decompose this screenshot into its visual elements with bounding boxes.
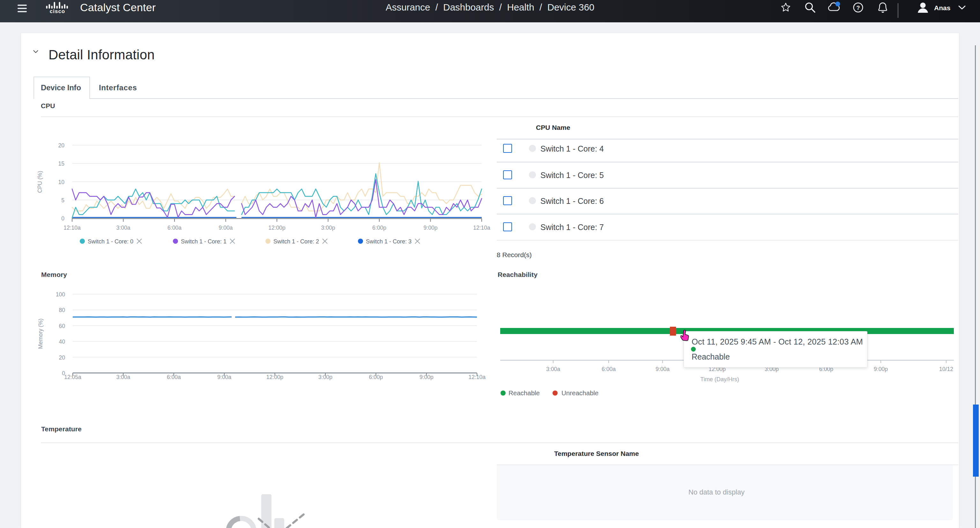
- svg-text:6:00p: 6:00p: [372, 224, 386, 231]
- svg-text:Reachable: Reachable: [509, 389, 540, 396]
- svg-text:9:00p: 9:00p: [424, 224, 438, 231]
- svg-text:15: 15: [58, 161, 64, 167]
- svg-text:CPU (%): CPU (%): [37, 171, 43, 193]
- svg-text:?: ?: [856, 5, 860, 11]
- svg-text:9:00p: 9:00p: [874, 366, 888, 372]
- svg-text:Memory (%): Memory (%): [37, 318, 44, 349]
- svg-text:Unreachable: Unreachable: [562, 389, 598, 396]
- svg-text:3:00p: 3:00p: [318, 374, 332, 380]
- svg-text:6:00a: 6:00a: [601, 366, 616, 372]
- svg-text:9:00a: 9:00a: [217, 374, 231, 380]
- svg-text:6:00a: 6:00a: [167, 224, 181, 231]
- svg-text:Switch 1 - Core: 1: Switch 1 - Core: 1: [181, 238, 226, 245]
- svg-text:12:10a: 12:10a: [473, 224, 490, 231]
- svg-text:9:00a: 9:00a: [655, 366, 670, 372]
- svg-text:cisco: cisco: [50, 8, 65, 14]
- svg-text:40: 40: [59, 339, 65, 345]
- svg-text:100: 100: [56, 291, 65, 297]
- svg-text:20: 20: [59, 355, 65, 361]
- svg-text:3:00p: 3:00p: [321, 224, 335, 231]
- svg-text:6:00a: 6:00a: [167, 374, 181, 380]
- svg-text:3:00a: 3:00a: [546, 366, 560, 372]
- svg-text:5: 5: [61, 197, 64, 204]
- svg-text:6:00p: 6:00p: [369, 374, 383, 380]
- svg-text:12:05a: 12:05a: [64, 374, 81, 380]
- svg-text:Switch 1 - Core: 3: Switch 1 - Core: 3: [366, 238, 412, 245]
- svg-text:3:00a: 3:00a: [116, 224, 130, 231]
- svg-text:10: 10: [58, 179, 65, 185]
- svg-text:Time (Day/Hrs): Time (Day/Hrs): [700, 376, 739, 383]
- svg-text:Anas: Anas: [934, 4, 950, 11]
- svg-text:9:00p: 9:00p: [420, 374, 434, 380]
- svg-text:9:00a: 9:00a: [219, 224, 233, 231]
- svg-text:Switch 1 - Core: 0: Switch 1 - Core: 0: [88, 238, 134, 245]
- svg-text:60: 60: [59, 323, 65, 329]
- svg-text:20: 20: [58, 142, 65, 149]
- svg-text:10/12: 10/12: [939, 366, 953, 372]
- svg-text:Switch 1 - Core: 2: Switch 1 - Core: 2: [274, 238, 319, 245]
- svg-text:12:00p: 12:00p: [266, 374, 283, 380]
- svg-text:3:00a: 3:00a: [116, 374, 130, 380]
- svg-text:12:10a: 12:10a: [64, 224, 81, 231]
- svg-text:12:00p: 12:00p: [268, 224, 285, 231]
- svg-text:0: 0: [61, 215, 64, 222]
- svg-text:80: 80: [59, 307, 65, 313]
- svg-text:12:10a: 12:10a: [468, 374, 485, 380]
